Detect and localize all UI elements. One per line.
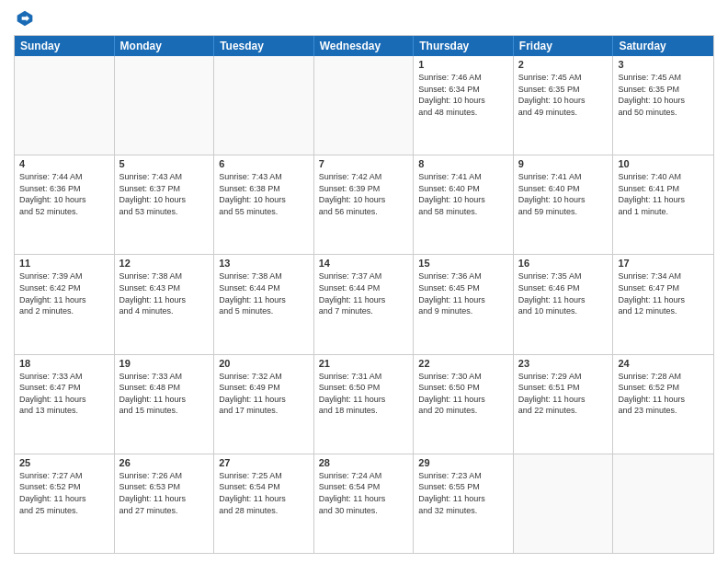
calendar-cell: 21Sunrise: 7:31 AMSunset: 6:50 PMDayligh… xyxy=(314,355,415,454)
calendar-cell xyxy=(115,56,215,155)
day-info: Sunrise: 7:28 AMSunset: 6:52 PMDaylight:… xyxy=(618,371,709,417)
calendar-cell: 8Sunrise: 7:41 AMSunset: 6:40 PMDaylight… xyxy=(414,155,514,254)
day-number: 26 xyxy=(119,457,210,468)
calendar-cell: 7Sunrise: 7:42 AMSunset: 6:39 PMDaylight… xyxy=(314,155,415,254)
header-day-sunday: Sunday xyxy=(15,36,115,56)
calendar-week-3: 18Sunrise: 7:33 AMSunset: 6:47 PMDayligh… xyxy=(15,354,713,454)
day-number: 28 xyxy=(319,457,409,468)
day-number: 15 xyxy=(418,258,508,269)
day-info: Sunrise: 7:42 AMSunset: 6:39 PMDaylight:… xyxy=(319,171,409,217)
calendar-cell: 27Sunrise: 7:25 AMSunset: 6:54 PMDayligh… xyxy=(214,454,314,553)
calendar-week-0: 1Sunrise: 7:46 AMSunset: 6:34 PMDaylight… xyxy=(15,56,713,155)
day-number: 20 xyxy=(219,358,309,369)
day-number: 19 xyxy=(119,358,210,369)
calendar-cell: 12Sunrise: 7:38 AMSunset: 6:43 PMDayligh… xyxy=(115,255,215,353)
day-info: Sunrise: 7:35 AMSunset: 6:46 PMDaylight:… xyxy=(518,270,609,316)
calendar-cell: 23Sunrise: 7:29 AMSunset: 6:51 PMDayligh… xyxy=(514,355,614,454)
calendar-header: SundayMondayTuesdayWednesdayThursdayFrid… xyxy=(15,36,713,56)
day-info: Sunrise: 7:26 AMSunset: 6:53 PMDaylight:… xyxy=(119,470,210,516)
day-number: 5 xyxy=(119,158,210,169)
calendar-cell: 1Sunrise: 7:46 AMSunset: 6:34 PMDaylight… xyxy=(414,56,514,155)
calendar-cell: 3Sunrise: 7:45 AMSunset: 6:35 PMDaylight… xyxy=(613,56,713,155)
calendar-cell: 15Sunrise: 7:36 AMSunset: 6:45 PMDayligh… xyxy=(414,255,514,353)
day-number: 18 xyxy=(19,358,109,369)
calendar-cell: 22Sunrise: 7:30 AMSunset: 6:50 PMDayligh… xyxy=(414,355,514,454)
day-info: Sunrise: 7:27 AMSunset: 6:52 PMDaylight:… xyxy=(19,470,109,516)
day-info: Sunrise: 7:43 AMSunset: 6:37 PMDaylight:… xyxy=(119,171,210,217)
logo xyxy=(14,9,34,28)
day-number: 17 xyxy=(618,258,709,269)
calendar-cell: 29Sunrise: 7:23 AMSunset: 6:55 PMDayligh… xyxy=(414,454,514,553)
day-info: Sunrise: 7:41 AMSunset: 6:40 PMDaylight:… xyxy=(418,171,508,217)
day-number: 14 xyxy=(319,258,409,269)
calendar-cell: 24Sunrise: 7:28 AMSunset: 6:52 PMDayligh… xyxy=(613,355,713,454)
calendar-body: 1Sunrise: 7:46 AMSunset: 6:34 PMDaylight… xyxy=(15,56,713,553)
calendar-cell: 28Sunrise: 7:24 AMSunset: 6:54 PMDayligh… xyxy=(314,454,415,553)
day-number: 6 xyxy=(219,158,309,169)
day-info: Sunrise: 7:25 AMSunset: 6:54 PMDaylight:… xyxy=(219,470,309,516)
day-info: Sunrise: 7:38 AMSunset: 6:44 PMDaylight:… xyxy=(219,270,309,316)
calendar-cell: 10Sunrise: 7:40 AMSunset: 6:41 PMDayligh… xyxy=(613,155,713,254)
calendar-cell: 6Sunrise: 7:43 AMSunset: 6:38 PMDaylight… xyxy=(214,155,314,254)
calendar-cell xyxy=(613,454,713,553)
day-info: Sunrise: 7:31 AMSunset: 6:50 PMDaylight:… xyxy=(319,371,409,417)
day-number: 12 xyxy=(119,258,210,269)
calendar-cell: 9Sunrise: 7:41 AMSunset: 6:40 PMDaylight… xyxy=(514,155,614,254)
day-info: Sunrise: 7:39 AMSunset: 6:42 PMDaylight:… xyxy=(19,270,109,316)
calendar-cell: 14Sunrise: 7:37 AMSunset: 6:44 PMDayligh… xyxy=(314,255,415,353)
day-info: Sunrise: 7:36 AMSunset: 6:45 PMDaylight:… xyxy=(418,270,508,316)
header-day-tuesday: Tuesday xyxy=(214,36,314,56)
day-number: 8 xyxy=(418,158,508,169)
calendar-cell: 11Sunrise: 7:39 AMSunset: 6:42 PMDayligh… xyxy=(15,255,115,353)
header-day-thursday: Thursday xyxy=(414,36,514,56)
day-number: 9 xyxy=(518,158,609,169)
day-info: Sunrise: 7:38 AMSunset: 6:43 PMDaylight:… xyxy=(119,270,210,316)
calendar-cell: 26Sunrise: 7:26 AMSunset: 6:53 PMDayligh… xyxy=(115,454,215,553)
day-number: 1 xyxy=(418,59,508,70)
day-number: 16 xyxy=(518,258,609,269)
day-number: 11 xyxy=(19,258,109,269)
header-day-friday: Friday xyxy=(514,36,614,56)
calendar-cell: 13Sunrise: 7:38 AMSunset: 6:44 PMDayligh… xyxy=(214,255,314,353)
calendar-cell: 5Sunrise: 7:43 AMSunset: 6:37 PMDaylight… xyxy=(115,155,215,254)
day-info: Sunrise: 7:23 AMSunset: 6:55 PMDaylight:… xyxy=(418,470,508,516)
day-number: 3 xyxy=(618,59,709,70)
calendar-cell xyxy=(15,56,115,155)
day-info: Sunrise: 7:41 AMSunset: 6:40 PMDaylight:… xyxy=(518,171,609,217)
day-number: 4 xyxy=(19,158,109,169)
calendar-cell: 19Sunrise: 7:33 AMSunset: 6:48 PMDayligh… xyxy=(115,355,215,454)
header-day-saturday: Saturday xyxy=(613,36,713,56)
day-number: 10 xyxy=(618,158,709,169)
calendar-week-1: 4Sunrise: 7:44 AMSunset: 6:36 PMDaylight… xyxy=(15,155,713,254)
day-info: Sunrise: 7:33 AMSunset: 6:48 PMDaylight:… xyxy=(119,371,210,417)
day-info: Sunrise: 7:34 AMSunset: 6:47 PMDaylight:… xyxy=(618,270,709,316)
day-info: Sunrise: 7:45 AMSunset: 6:35 PMDaylight:… xyxy=(518,72,609,118)
day-info: Sunrise: 7:32 AMSunset: 6:49 PMDaylight:… xyxy=(219,371,309,417)
day-info: Sunrise: 7:45 AMSunset: 6:35 PMDaylight:… xyxy=(618,72,709,118)
day-number: 22 xyxy=(418,358,508,369)
logo-text xyxy=(14,9,34,28)
header xyxy=(14,9,714,28)
header-day-monday: Monday xyxy=(115,36,215,56)
day-info: Sunrise: 7:37 AMSunset: 6:44 PMDaylight:… xyxy=(319,270,409,316)
day-info: Sunrise: 7:24 AMSunset: 6:54 PMDaylight:… xyxy=(319,470,409,516)
day-info: Sunrise: 7:44 AMSunset: 6:36 PMDaylight:… xyxy=(19,171,109,217)
calendar-week-4: 25Sunrise: 7:27 AMSunset: 6:52 PMDayligh… xyxy=(15,454,713,553)
day-number: 7 xyxy=(319,158,409,169)
calendar-cell: 2Sunrise: 7:45 AMSunset: 6:35 PMDaylight… xyxy=(514,56,614,155)
day-info: Sunrise: 7:30 AMSunset: 6:50 PMDaylight:… xyxy=(418,371,508,417)
calendar: SundayMondayTuesdayWednesdayThursdayFrid… xyxy=(14,35,714,554)
calendar-cell xyxy=(314,56,415,155)
day-info: Sunrise: 7:29 AMSunset: 6:51 PMDaylight:… xyxy=(518,371,609,417)
day-number: 29 xyxy=(418,457,508,468)
day-number: 23 xyxy=(518,358,609,369)
calendar-week-2: 11Sunrise: 7:39 AMSunset: 6:42 PMDayligh… xyxy=(15,254,713,353)
calendar-cell: 20Sunrise: 7:32 AMSunset: 6:49 PMDayligh… xyxy=(214,355,314,454)
page: SundayMondayTuesdayWednesdayThursdayFrid… xyxy=(0,0,728,563)
header-day-wednesday: Wednesday xyxy=(314,36,415,56)
day-number: 25 xyxy=(19,457,109,468)
calendar-cell: 17Sunrise: 7:34 AMSunset: 6:47 PMDayligh… xyxy=(613,255,713,353)
day-number: 13 xyxy=(219,258,309,269)
calendar-cell xyxy=(214,56,314,155)
day-info: Sunrise: 7:46 AMSunset: 6:34 PMDaylight:… xyxy=(418,72,508,118)
